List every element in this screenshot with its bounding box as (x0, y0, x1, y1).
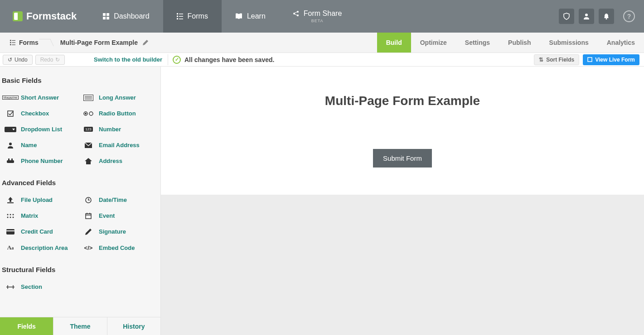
svg-rect-19 (10, 42, 11, 43)
checkbox-icon (5, 110, 16, 117)
field-datetime[interactable]: Date/Time (80, 193, 155, 207)
undo-button[interactable]: ↺Undo (3, 55, 33, 65)
breadcrumb-forms[interactable]: Forms (0, 39, 47, 46)
field-label: Long Answer (99, 94, 136, 101)
field-long-answer[interactable]: Long Answer (80, 91, 155, 105)
help-button[interactable]: ? (623, 10, 635, 22)
svg-rect-23 (588, 57, 592, 62)
field-event[interactable]: Event (80, 209, 155, 223)
side-tab-theme[interactable]: Theme (53, 317, 107, 335)
field-matrix[interactable]: Matrix (2, 209, 77, 223)
field-credit-card[interactable]: Credit Card (2, 225, 77, 239)
svg-rect-20 (12, 43, 15, 43)
svg-point-15 (585, 14, 588, 16)
field-description[interactable]: AaDescription Area (2, 240, 77, 255)
code-icon: </> (82, 244, 94, 251)
field-label: File Upload (21, 196, 53, 203)
logo-icon (13, 11, 23, 21)
svg-rect-28 (8, 111, 13, 116)
svg-point-16 (606, 18, 607, 19)
redo-button[interactable]: Redo↻ (35, 55, 65, 65)
dropdown-icon (5, 127, 16, 132)
clock-icon (82, 197, 94, 203)
share-icon (293, 10, 299, 17)
redo-label: Redo (40, 57, 53, 63)
field-file-upload[interactable]: File Upload (2, 193, 77, 207)
sort-icon: ⇅ (539, 57, 543, 63)
field-phone[interactable]: Phone Number (2, 154, 77, 168)
field-label: Date/Time (99, 196, 127, 203)
view-live-form-button[interactable]: View Live Form (583, 54, 639, 65)
calendar-icon (82, 213, 94, 219)
field-label: Dropdown List (21, 126, 62, 133)
nav-formshare-label: Form Share (304, 10, 342, 18)
nav-forms[interactable]: Forms (163, 0, 222, 33)
list-icon (177, 13, 183, 19)
brand-name: Formstack (26, 10, 77, 22)
field-label: Email Address (99, 142, 140, 148)
svg-point-30 (85, 113, 87, 115)
field-name[interactable]: Name (2, 138, 77, 152)
field-section[interactable]: Section (2, 280, 77, 294)
tab-publish[interactable]: Publish (499, 33, 540, 53)
svg-rect-8 (177, 18, 178, 19)
switch-old-builder-link[interactable]: Switch to the old builder (94, 56, 162, 63)
field-number[interactable]: 123Number (80, 122, 155, 136)
tab-submissions[interactable]: Submissions (540, 33, 598, 53)
sort-fields-button[interactable]: ⇅Sort Fields (534, 54, 579, 65)
svg-rect-17 (10, 40, 11, 41)
field-short-answer[interactable]: MagazineShort Answer (2, 91, 77, 105)
field-email[interactable]: Email Address (80, 138, 155, 152)
save-status-text: All changes have been saved. (184, 56, 274, 63)
nav-formshare[interactable]: Form Share BETA (279, 0, 355, 33)
field-label: Signature (99, 228, 126, 235)
breadcrumb-forms-label: Forms (19, 39, 39, 46)
svg-rect-9 (179, 19, 183, 19)
tab-optimize[interactable]: Optimize (411, 33, 456, 53)
email-icon (82, 143, 94, 148)
tab-analytics[interactable]: Analytics (598, 33, 644, 53)
field-dropdown[interactable]: Dropdown List (2, 122, 77, 136)
field-signature[interactable]: Signature (80, 225, 155, 239)
svg-rect-3 (107, 17, 109, 19)
nav-learn[interactable]: Learn (222, 0, 279, 33)
card-icon (5, 229, 16, 234)
svg-rect-0 (103, 13, 106, 16)
field-label: Embed Code (99, 244, 135, 251)
svg-point-33 (9, 143, 12, 145)
svg-rect-22 (12, 44, 15, 45)
nav-dashboard-label: Dashboard (114, 12, 149, 20)
svg-rect-18 (12, 40, 15, 41)
field-embed[interactable]: </>Embed Code (80, 240, 155, 255)
edit-title-icon[interactable] (142, 39, 149, 46)
sort-fields-label: Sort Fields (546, 57, 574, 63)
user-button[interactable] (579, 9, 594, 24)
submit-button[interactable]: Submit Form (373, 149, 432, 168)
nav-forms-label: Forms (188, 12, 208, 20)
form-canvas: Multi-Page Form Example Submit Form (161, 67, 644, 335)
logo[interactable]: Formstack (0, 0, 89, 33)
side-tab-history[interactable]: History (107, 317, 160, 335)
side-tab-fields[interactable]: Fields (0, 317, 53, 335)
undo-icon: ↺ (8, 57, 12, 63)
number-icon: 123 (82, 127, 94, 132)
field-address[interactable]: Address (80, 154, 155, 168)
external-icon (587, 57, 592, 62)
sidebar: Basic Fields MagazineShort Answer Long A… (0, 67, 161, 335)
svg-rect-46 (86, 214, 91, 219)
short-answer-icon: Magazine (5, 96, 16, 100)
person-icon (5, 142, 16, 148)
nav-learn-label: Learn (247, 12, 266, 20)
bell-button[interactable] (599, 9, 614, 24)
field-radio[interactable]: Radio Button (80, 106, 155, 120)
tab-settings[interactable]: Settings (456, 33, 499, 53)
text-icon: Aa (5, 244, 16, 251)
phone-icon (5, 158, 16, 164)
nav-dashboard[interactable]: Dashboard (89, 0, 163, 33)
field-checkbox[interactable]: Checkbox (2, 106, 77, 120)
tab-build[interactable]: Build (377, 33, 411, 53)
shield-button[interactable] (559, 9, 574, 24)
field-label: Credit Card (21, 228, 53, 235)
svg-rect-7 (179, 16, 183, 17)
svg-point-31 (89, 112, 93, 115)
